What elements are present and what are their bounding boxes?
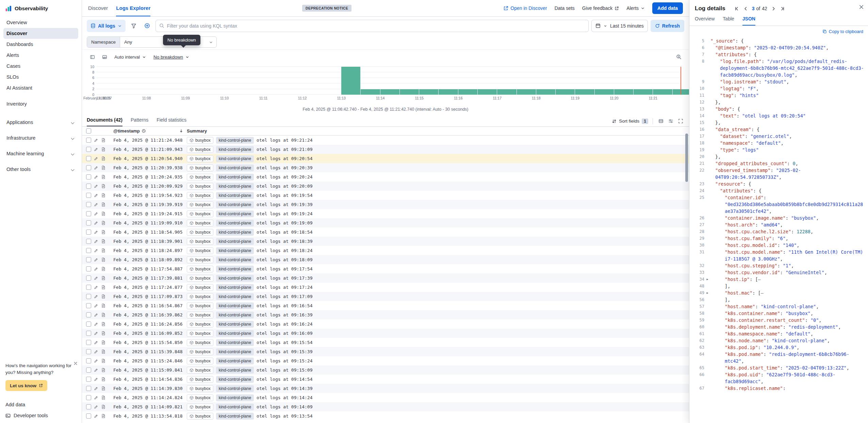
node-badge[interactable]: kind-control-plane <box>216 321 254 328</box>
tab-discover[interactable]: Discover <box>88 0 108 16</box>
container-badge[interactable]: busybox <box>187 367 213 374</box>
row-checkbox[interactable] <box>86 312 91 317</box>
node-badge[interactable]: kind-control-plane <box>216 229 254 236</box>
row-details-icon[interactable] <box>101 147 105 152</box>
row-details-icon[interactable] <box>101 414 105 418</box>
row-edit-icon[interactable] <box>94 340 98 345</box>
node-badge[interactable]: kind-control-plane <box>216 247 254 254</box>
container-badge[interactable]: busybox <box>187 256 213 263</box>
row-edit-icon[interactable] <box>94 239 98 244</box>
previous-doc-icon[interactable] <box>743 6 748 11</box>
sidebar-item-developer-tools[interactable]: Developer tools <box>5 410 76 421</box>
row-details-icon[interactable] <box>101 313 105 317</box>
data-sets-link[interactable]: Data sets <box>555 5 575 11</box>
date-picker[interactable]: Last 15 minutes <box>591 20 648 32</box>
panel-layout-icon[interactable] <box>87 51 98 62</box>
row-checkbox[interactable] <box>86 303 91 308</box>
fullscreen-icon[interactable] <box>677 118 684 125</box>
row-edit-icon[interactable] <box>94 368 98 372</box>
row-checkbox[interactable] <box>86 367 91 373</box>
row-checkbox[interactable] <box>86 285 91 290</box>
row-edit-icon[interactable] <box>94 221 98 225</box>
row-edit-icon[interactable] <box>94 202 98 207</box>
row-details-icon[interactable] <box>101 405 105 409</box>
row-checkbox[interactable] <box>86 220 91 225</box>
node-badge[interactable]: kind-control-plane <box>216 164 254 171</box>
container-badge[interactable]: busybox <box>187 330 213 337</box>
add-filter-icon[interactable] <box>142 20 153 31</box>
row-details-icon[interactable] <box>101 175 105 179</box>
node-badge[interactable]: kind-control-plane <box>216 155 254 162</box>
container-badge[interactable]: busybox <box>187 247 213 254</box>
row-checkbox[interactable] <box>86 276 91 281</box>
row-checkbox[interactable] <box>86 358 91 363</box>
row-edit-icon[interactable] <box>94 212 98 216</box>
sidebar-item-applications[interactable]: Applications <box>3 114 78 130</box>
container-badge[interactable]: busybox <box>187 220 213 226</box>
row-details-icon[interactable] <box>101 156 105 161</box>
row-details-icon[interactable] <box>101 368 105 372</box>
row-details-icon[interactable] <box>101 359 105 363</box>
container-badge[interactable]: busybox <box>187 413 213 420</box>
node-badge[interactable]: kind-control-plane <box>216 367 254 374</box>
row-edit-icon[interactable] <box>94 230 98 234</box>
row-details-icon[interactable] <box>101 303 105 308</box>
row-checkbox[interactable] <box>86 239 91 244</box>
node-badge[interactable]: kind-control-plane <box>216 284 254 291</box>
container-badge[interactable]: busybox <box>187 394 213 401</box>
row-checkbox[interactable] <box>86 331 91 336</box>
node-badge[interactable]: kind-control-plane <box>216 174 254 181</box>
row-edit-icon[interactable] <box>94 331 98 335</box>
row-checkbox[interactable] <box>86 165 91 170</box>
node-badge[interactable]: kind-control-plane <box>216 210 254 217</box>
container-badge[interactable]: busybox <box>187 302 213 309</box>
let-us-know-button[interactable]: Let us know <box>5 380 47 391</box>
row-edit-icon[interactable] <box>94 414 98 418</box>
row-details-icon[interactable] <box>101 138 105 142</box>
node-badge[interactable]: kind-control-plane <box>216 330 254 337</box>
row-checkbox[interactable] <box>86 193 91 198</box>
node-badge[interactable]: kind-control-plane <box>216 312 254 318</box>
sidebar-item-infrastructure[interactable]: Infrastructure <box>3 130 78 146</box>
node-badge[interactable]: kind-control-plane <box>216 266 254 272</box>
node-badge[interactable]: kind-control-plane <box>216 238 254 245</box>
chart-visibility-icon[interactable] <box>99 51 110 62</box>
sort-fields-button[interactable]: Sort fields 1 <box>612 119 648 124</box>
container-badge[interactable]: busybox <box>187 312 213 318</box>
node-badge[interactable]: kind-control-plane <box>216 358 254 364</box>
container-badge[interactable]: busybox <box>187 229 213 236</box>
row-edit-icon[interactable] <box>94 359 98 363</box>
row-details-icon[interactable] <box>101 248 105 253</box>
row-edit-icon[interactable] <box>94 248 98 253</box>
kql-search-input[interactable] <box>167 23 585 29</box>
row-details-icon[interactable] <box>101 386 105 391</box>
next-doc-icon[interactable] <box>771 6 776 11</box>
refresh-button[interactable]: Refresh <box>651 20 684 32</box>
node-badge[interactable]: kind-control-plane <box>216 137 254 144</box>
row-checkbox[interactable] <box>86 266 91 271</box>
node-badge[interactable]: kind-control-plane <box>216 201 254 208</box>
row-edit-icon[interactable] <box>94 267 98 271</box>
row-details-icon[interactable] <box>101 294 105 299</box>
node-badge[interactable]: kind-control-plane <box>216 404 254 410</box>
row-edit-icon[interactable] <box>94 184 98 188</box>
row-checkbox[interactable] <box>86 377 91 382</box>
row-edit-icon[interactable] <box>94 147 98 152</box>
container-badge[interactable]: busybox <box>187 210 213 217</box>
tab-patterns[interactable]: Patterns <box>131 117 148 126</box>
row-checkbox[interactable] <box>86 211 91 216</box>
close-icon[interactable] <box>73 361 78 365</box>
container-badge[interactable]: busybox <box>187 358 213 364</box>
data-source-selector[interactable]: All logs <box>87 20 126 32</box>
sort-descending-icon[interactable] <box>179 129 183 133</box>
node-badge[interactable]: kind-control-plane <box>216 256 254 263</box>
add-data-button[interactable]: Add data <box>652 2 683 14</box>
node-badge[interactable]: kind-control-plane <box>216 192 254 199</box>
node-badge[interactable]: kind-control-plane <box>216 413 254 420</box>
sidebar-item-machine-learning[interactable]: Machine learning <box>3 146 78 161</box>
row-details-icon[interactable] <box>101 202 105 207</box>
row-edit-icon[interactable] <box>94 257 98 262</box>
row-edit-icon[interactable] <box>94 313 98 317</box>
fold-toggle-icon[interactable]: ▸ <box>704 289 710 296</box>
alerts-menu[interactable]: Alerts <box>626 5 645 11</box>
